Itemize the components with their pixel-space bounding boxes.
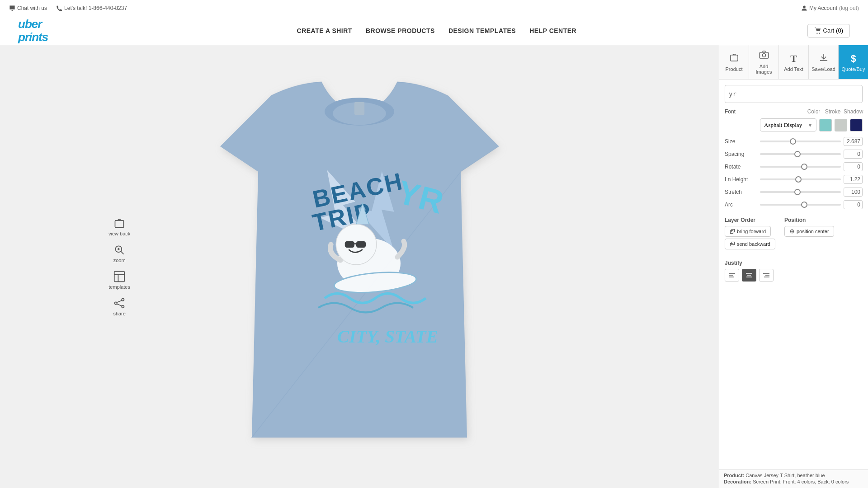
- product-status: Product: Canvas Jersey T-Shirt, heather …: [724, 473, 863, 478]
- rotate-slider[interactable]: [760, 166, 841, 168]
- toolbar-tabs: Product Add Images T Add Text: [719, 45, 868, 80]
- tab-product[interactable]: Product: [719, 45, 749, 79]
- color-swatch[interactable]: [819, 119, 832, 131]
- svg-point-2: [819, 33, 820, 33]
- svg-point-11: [122, 299, 124, 301]
- svg-rect-3: [115, 221, 124, 228]
- svg-line-5: [121, 251, 124, 254]
- ln-height-value[interactable]: [844, 175, 863, 184]
- layer-order-section: Layer Order bring forward send backward: [725, 217, 775, 251]
- stroke-header-label: Stroke: [825, 108, 841, 115]
- top-bar-right: My Account (log out): [801, 5, 859, 11]
- text-editor: Font Color Stroke Shadow Asphalt Display…: [719, 80, 868, 469]
- share-tool[interactable]: share: [113, 297, 126, 316]
- svg-rect-30: [760, 52, 768, 58]
- size-label: Size: [725, 138, 757, 145]
- logo[interactable]: uberprints: [18, 18, 48, 43]
- svg-point-31: [762, 54, 765, 57]
- svg-text:CITY, STATE: CITY, STATE: [337, 327, 438, 346]
- justify-right-button[interactable]: [759, 269, 774, 282]
- nav-browse-products[interactable]: BROWSE PRODUCTS: [366, 25, 435, 36]
- main-nav: CREATE A SHIRT BROWSE PRODUCTS DESIGN TE…: [66, 25, 807, 36]
- svg-rect-8: [114, 272, 125, 282]
- spacing-slider[interactable]: [760, 153, 841, 155]
- divider-2: [725, 256, 863, 256]
- share-icon: [113, 297, 126, 310]
- shadow-swatch[interactable]: [850, 119, 863, 131]
- tab-add-text[interactable]: T Add Text: [779, 45, 809, 79]
- font-label: Font: [725, 108, 757, 115]
- spacing-value[interactable]: [844, 150, 863, 159]
- decoration-status: Decoration: Screen Print: Front: 4 color…: [724, 479, 863, 484]
- phone-link[interactable]: Let's talk! 1-866-440-8237: [56, 5, 127, 11]
- rotate-value[interactable]: [844, 162, 863, 171]
- logo-text: uberprints: [18, 18, 48, 43]
- templates-tool[interactable]: templates: [108, 270, 130, 290]
- stretch-label: Stretch: [725, 189, 757, 195]
- nav-design-templates[interactable]: DESIGN TEMPLATES: [448, 25, 516, 36]
- rotate-label: Rotate: [725, 164, 757, 170]
- svg-point-1: [816, 33, 817, 33]
- svg-point-13: [122, 305, 124, 308]
- svg-line-14: [117, 300, 122, 302]
- text-icon: T: [790, 53, 797, 65]
- spacing-label: Spacing: [725, 151, 757, 157]
- nav-create-shirt[interactable]: CREATE A SHIRT: [297, 25, 352, 36]
- ln-height-slider[interactable]: [760, 178, 841, 180]
- svg-rect-29: [730, 55, 737, 61]
- send-backward-button[interactable]: send backward: [725, 239, 775, 249]
- layer-order-title: Layer Order: [725, 217, 775, 223]
- zoom-icon: [113, 244, 126, 256]
- svg-point-0: [803, 5, 806, 8]
- spacing-row: Spacing: [725, 150, 863, 159]
- position-section: Position position center: [784, 217, 834, 251]
- svg-point-12: [115, 302, 117, 304]
- size-value[interactable]: [844, 137, 863, 146]
- tab-add-images[interactable]: Add Images: [749, 45, 779, 79]
- arc-row: Arc: [725, 200, 863, 209]
- bring-forward-button[interactable]: bring forward: [725, 226, 771, 237]
- svg-rect-24: [345, 241, 354, 248]
- cart-button[interactable]: Cart (0): [807, 24, 850, 38]
- layer-position-row: Layer Order bring forward send backward …: [725, 217, 863, 251]
- account-link[interactable]: My Account (log out): [801, 5, 859, 11]
- stretch-slider[interactable]: [760, 191, 841, 193]
- justify-left-button[interactable]: [725, 269, 739, 282]
- preview-panel: view back zoom: [0, 45, 719, 488]
- zoom-tool[interactable]: zoom: [113, 244, 126, 263]
- ln-height-label: Ln Height: [725, 176, 757, 183]
- top-bar: Chat with us Let's talk! 1-866-440-8237 …: [0, 0, 868, 16]
- right-panel: Product Add Images T Add Text: [719, 45, 868, 488]
- font-select[interactable]: Asphalt Display Arial Impact: [760, 118, 816, 131]
- svg-rect-18: [354, 102, 364, 115]
- shadow-header-label: Shadow: [844, 108, 863, 115]
- dollar-icon: $: [850, 53, 856, 65]
- size-slider[interactable]: [760, 141, 841, 142]
- stretch-row: Stretch: [725, 188, 863, 197]
- stroke-swatch[interactable]: [835, 119, 847, 131]
- chat-link[interactable]: Chat with us: [9, 5, 47, 11]
- view-back-tool[interactable]: view back: [108, 217, 130, 236]
- color-header-label: Color: [806, 108, 822, 115]
- tab-quote-buy[interactable]: $ Quote/Buy: [839, 45, 868, 79]
- save-icon: [819, 52, 829, 65]
- ln-height-row: Ln Height: [725, 175, 863, 184]
- svg-line-15: [117, 304, 122, 306]
- templates-icon: [113, 270, 126, 283]
- arc-label: Arc: [725, 202, 757, 208]
- size-row: Size: [725, 137, 863, 146]
- position-center-button[interactable]: position center: [784, 226, 834, 237]
- arc-value[interactable]: [844, 200, 863, 209]
- status-bar: Product: Canvas Jersey T-Shirt, heather …: [719, 469, 868, 488]
- stretch-value[interactable]: [844, 188, 863, 197]
- tshirt-preview: BEACH TRIP YR: [0, 45, 719, 488]
- justify-row: [725, 269, 863, 282]
- justify-center-button[interactable]: [742, 269, 756, 282]
- text-input[interactable]: [725, 85, 863, 103]
- justify-title: Justify: [725, 260, 863, 266]
- main-container: view back zoom: [0, 45, 868, 488]
- product-icon: [729, 52, 739, 65]
- tab-save-load[interactable]: Save/Load: [809, 45, 839, 79]
- arc-slider[interactable]: [760, 204, 841, 206]
- nav-help-center[interactable]: HELP CENTER: [529, 25, 576, 36]
